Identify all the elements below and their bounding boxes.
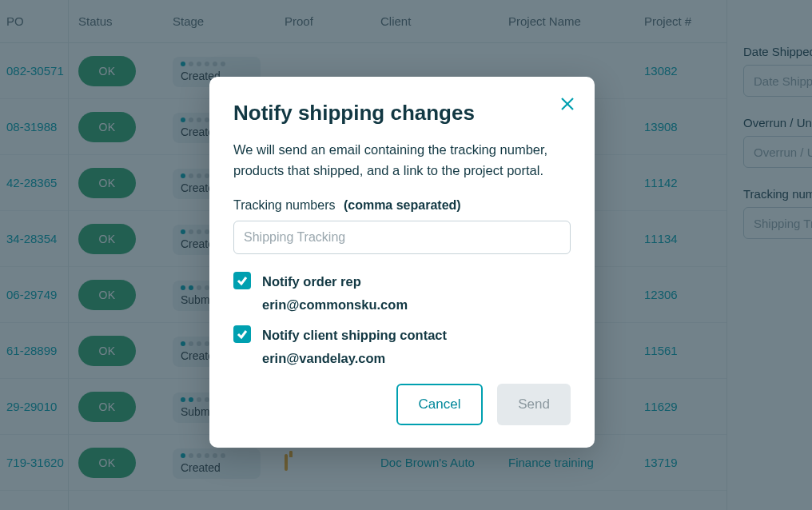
notify-shipping-modal: Notify shipping changes We will send an …	[209, 77, 595, 448]
modal-body-text: We will send an email containing the tra…	[233, 140, 571, 181]
modal-actions: Cancel Send	[233, 384, 571, 425]
notify-client-email: erin@vandelay.com	[262, 351, 571, 366]
notify-client-label: Notify client shipping contact	[262, 324, 447, 346]
notify-rep-checkbox[interactable]	[233, 272, 251, 289]
send-button[interactable]: Send	[497, 384, 571, 425]
modal-title: Notify shipping changes	[233, 101, 571, 126]
tracking-field-label: Tracking numbers (comma separated)	[233, 198, 571, 213]
tracking-input[interactable]	[233, 221, 571, 254]
notify-rep-email: erin@commonsku.com	[262, 297, 571, 313]
cancel-button[interactable]: Cancel	[396, 384, 483, 425]
tracking-label-text: Tracking numbers	[233, 198, 335, 212]
tracking-hint: (comma separated)	[344, 198, 461, 212]
close-icon[interactable]	[556, 93, 579, 115]
notify-client-checkbox[interactable]	[233, 325, 251, 343]
notify-rep-label: Notify order rep	[262, 270, 361, 293]
